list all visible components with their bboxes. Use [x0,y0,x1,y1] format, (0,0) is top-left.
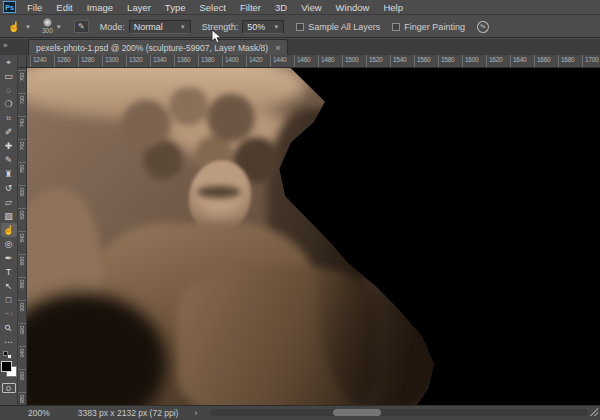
history-brush-tool-icon[interactable]: ↺ [1,181,17,195]
hruler-tick: 1700 [582,55,583,68]
quick-selection-tool-icon[interactable]: ❍ [1,97,17,111]
statue-edge-shading [317,188,457,405]
mode-dropdown[interactable]: Normal ▼ [129,20,191,34]
smudge-tool-icon[interactable]: ☝ [1,223,17,237]
chevron-down-icon: ▼ [180,24,186,30]
menu-bar: Ps FileEditImageLayerTypeSelectFilter3DV… [0,0,600,15]
vruler-tick: 760 [18,139,27,162]
zoom-tool-icon[interactable]: ⚲ [1,321,17,335]
horizontal-scrollbar[interactable] [210,409,588,416]
hruler-tick: 1620 [486,55,487,68]
menu-window[interactable]: Window [329,0,377,15]
sample-all-layers-checkbox[interactable] [296,23,304,31]
hruler-tick: 1660 [534,55,535,68]
menu-layer[interactable]: Layer [120,0,158,15]
hruler-tick: 1560 [414,55,415,68]
document-tab[interactable]: pexels-photo-1.psd @ 200% (sculpture-599… [28,39,288,55]
menu-3d[interactable]: 3D [268,0,294,15]
vruler-tick: 840 [18,231,27,254]
lasso-tool-icon[interactable]: ◌ [1,83,17,97]
pressure-for-size-icon[interactable]: ✎ [476,20,490,34]
menu-help[interactable]: Help [376,0,410,15]
brush-tip-icon [43,18,52,27]
document-dimensions: 3383 px x 2132 px (72 ppi) [78,408,179,418]
menu-filter[interactable]: Filter [233,0,268,15]
zoom-level-field[interactable]: 200% [28,408,50,418]
horizontal-scrollbar-thumb[interactable] [333,409,381,416]
vruler-tick: 740 [18,116,27,139]
clone-stamp-tool-icon[interactable]: ♜ [1,167,17,181]
tool-preset-group[interactable]: ☝ ▼ [0,20,34,34]
marquee-tool-icon[interactable]: ▭ [1,69,17,83]
brush-size-value: 300 [42,28,53,35]
finger-painting-label: Finger Painting [404,22,465,32]
hruler-tick: 1320 [126,55,127,68]
sample-all-layers-label: Sample All Layers [308,22,380,32]
vruler-tick: 980 [18,392,27,405]
vruler-tick: 900 [18,300,27,323]
mouse-cursor [211,29,222,48]
vruler-tick: 800 [18,185,27,208]
menu-select[interactable]: Select [192,0,232,15]
hruler-tick: 1260 [54,55,55,68]
vruler-tick: 880 [18,277,27,300]
tool-options-bar: ☝ ▼ 300 ▼ ✎ Mode: Normal ▼ Strength: 50%… [0,16,600,38]
smudge-tool-icon: ☝ [6,20,22,34]
hruler-tick: 1520 [366,55,367,68]
brush-preset-picker[interactable]: 300 ▼ [34,18,65,35]
hruler-tick: 1340 [150,55,151,68]
vruler-tick: 780 [18,162,27,185]
quick-mask-mode-icon[interactable] [2,383,16,393]
eyedropper-tool-icon[interactable]: ✐ [1,125,17,139]
menu-file[interactable]: File [20,0,49,15]
tools-panel: ⌖▭◌❍⌗✐✚✎♜↺▱▨☝◎✒T↖□☜⚲⋯ [0,55,18,405]
vertical-ruler: 7007207407607808008208408608809009209409… [18,68,27,405]
toolbar-collapse-icon[interactable]: » [3,41,7,50]
menu-image[interactable]: Image [80,0,120,15]
healing-brush-tool-icon[interactable]: ✚ [1,139,17,153]
status-menu-arrow-icon[interactable]: › [194,408,197,418]
type-tool-icon[interactable]: T [1,265,17,279]
document-tab-title: pexels-photo-1.psd @ 200% (sculpture-599… [36,43,268,53]
sculpture-image [27,68,600,405]
hruler-tick: 1440 [270,55,271,68]
document-canvas[interactable] [27,68,600,405]
finger-painting-checkbox[interactable] [392,23,400,31]
hruler-tick: 1500 [342,55,343,68]
hruler-tick: 1420 [246,55,247,68]
vruler-tick: 720 [18,93,27,116]
foreground-color-swatch[interactable] [1,361,12,372]
dodge-tool-icon[interactable]: ◎ [1,237,17,251]
brush-preview: 300 [42,18,53,35]
hruler-tick: 1480 [318,55,319,68]
eraser-tool-icon[interactable]: ▱ [1,195,17,209]
path-selection-tool-icon[interactable]: ↖ [1,279,17,293]
edit-toolbar-icon[interactable]: ⋯ [1,335,17,349]
shape-tool-icon[interactable]: □ [1,293,17,307]
strength-dropdown[interactable]: 50% ▼ [242,20,284,34]
hruler-tick: 1380 [198,55,199,68]
ruler-corner [18,55,27,68]
hruler-tick: 1540 [390,55,391,68]
foreground-background-swatches[interactable] [1,361,17,377]
chevron-down-icon[interactable]: ▼ [56,24,62,30]
vruler-tick: 940 [18,346,27,369]
menu-edit[interactable]: Edit [49,0,79,15]
brush-settings-panel-toggle[interactable]: ✎ [74,20,89,33]
pen-tool-icon[interactable]: ✒ [1,251,17,265]
window-resize-grip[interactable] [590,408,598,416]
brush-tool-icon[interactable]: ✎ [1,153,17,167]
menu-view[interactable]: View [294,0,328,15]
horizontal-ruler: 1240126012801300132013401360138014001420… [27,55,600,68]
hand-tool-icon[interactable]: ☜ [1,307,17,321]
strength-value: 50% [247,22,265,32]
gradient-tool-icon[interactable]: ▨ [1,209,17,223]
crop-tool-icon[interactable]: ⌗ [1,111,17,125]
hruler-tick: 1680 [558,55,559,68]
vruler-tick: 960 [18,369,27,392]
chevron-down-icon[interactable]: ▼ [25,24,31,30]
menu-type[interactable]: Type [158,0,193,15]
move-tool-icon[interactable]: ⌖ [1,55,17,69]
close-icon[interactable]: × [275,43,280,53]
default-colors-icon[interactable] [3,351,15,359]
